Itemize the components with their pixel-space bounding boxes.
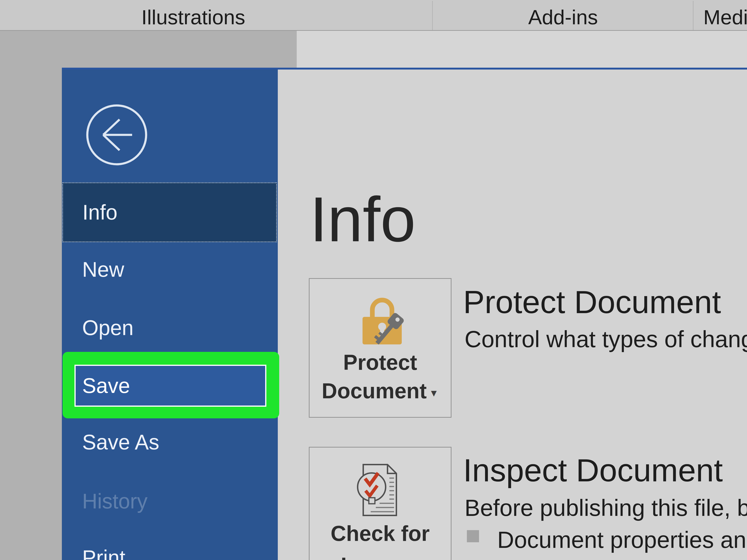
sidebar-item-print[interactable]: Print	[62, 529, 278, 560]
section-description-protect: Control what types of changes	[465, 327, 747, 351]
window-left-edge	[0, 68, 62, 560]
document-edge-band	[0, 31, 297, 68]
dropdown-caret-icon: ▼	[429, 388, 439, 399]
protect-button-label-line1: Protect	[310, 348, 451, 377]
backstage-accent-line	[62, 68, 747, 70]
sidebar-item-save-as[interactable]: Save As	[62, 413, 278, 471]
back-arrow-icon	[87, 105, 146, 164]
lock-and-key-icon	[361, 294, 412, 352]
check-for-issues-button[interactable]: Check for Issues▼	[309, 447, 452, 560]
ribbon-divider	[693, 1, 694, 30]
sidebar-item-new[interactable]: New	[62, 240, 278, 299]
ribbon-label-row: Illustrations Add-ins Media	[0, 0, 747, 31]
protect-button-label-line2: Document▼	[310, 377, 451, 407]
document-checklist-icon	[357, 463, 403, 517]
ribbon-divider	[432, 1, 433, 30]
page-title: Info	[310, 188, 416, 251]
ribbon-group-illustrations: Illustrations	[135, 0, 252, 31]
sidebar-item-save[interactable]: Save	[75, 365, 266, 407]
window-band	[297, 31, 747, 68]
sidebar-item-open[interactable]: Open	[62, 299, 278, 357]
inspect-bullet-item: Document properties and	[497, 528, 747, 551]
check-button-label-line2: Issues▼	[310, 549, 451, 560]
section-heading-protect-document: Protect Document	[463, 286, 721, 318]
bullet-square-icon	[467, 530, 479, 542]
protect-document-button[interactable]: Protect Document▼	[309, 278, 452, 418]
ribbon-group-media: Media	[703, 0, 747, 31]
section-heading-inspect-document: Inspect Document	[463, 454, 723, 486]
sidebar-item-info[interactable]: Info	[62, 183, 277, 242]
ribbon-group-add-ins: Add-ins	[505, 0, 621, 31]
sidebar-item-history: History	[62, 472, 278, 530]
back-button[interactable]	[84, 102, 149, 167]
section-description-inspect: Before publishing this file, be aw	[465, 496, 747, 519]
check-button-label-line1: Check for	[310, 517, 451, 549]
word-backstage-view: Illustrations Add-ins Media Info New Ope…	[0, 0, 747, 560]
